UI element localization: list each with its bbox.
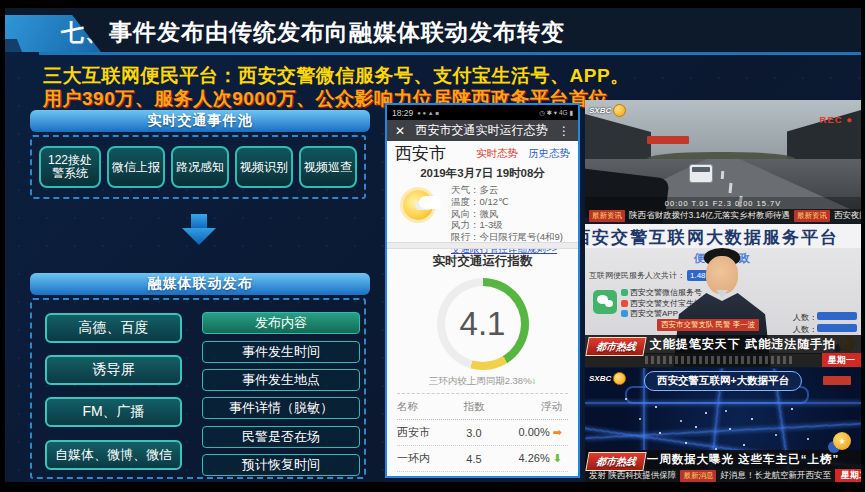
source-button-videopatrol: 视频巡查 bbox=[299, 146, 357, 188]
event-pool-header: 实时交通事件池 bbox=[30, 110, 370, 132]
item-police-onsite: 民警是否在场 bbox=[202, 426, 360, 448]
officer-name-tag: 西安市交警支队 民警 李一波 bbox=[657, 319, 759, 331]
phone-status-bar: 18:29 ● ● ▲ ■ ◷ ✱ ▾ 4G ▮ bbox=[387, 105, 578, 120]
traffic-index-gauge: 4.1 bbox=[437, 278, 529, 370]
broadcast-weekday: 星期一 bbox=[822, 353, 861, 367]
weather-wind-dir: 风向：微风 bbox=[451, 208, 563, 220]
logo-ball-icon bbox=[613, 372, 626, 385]
rec-indicator: REC ● bbox=[820, 114, 853, 125]
table-row: 二环内 4.6 6.12% ⬇ bbox=[397, 472, 568, 476]
channel-gaode-baidu: 高德、百度 bbox=[45, 313, 182, 343]
item-event-place: 事件发生地点 bbox=[202, 369, 360, 391]
white-van bbox=[689, 164, 713, 183]
col-name: 名称 bbox=[397, 400, 448, 414]
logo-ball-icon bbox=[613, 104, 626, 117]
item-publish-content: 发布内容 bbox=[202, 312, 360, 334]
lane-marking bbox=[721, 171, 725, 179]
phone-screenshot: 18:29 ● ● ▲ ■ ◷ ✱ ▾ 4G ▮ ✕ 西安市交通实时运行态势 ⋮… bbox=[385, 103, 580, 478]
officer-face bbox=[706, 256, 738, 294]
more-menu-icon[interactable]: ⋮ bbox=[558, 124, 570, 138]
table-header-row: 名称 指数 浮动 bbox=[397, 394, 568, 420]
status-right-icons: ◷ ✱ ▾ 4G ▮ bbox=[539, 109, 573, 117]
map-event-dots bbox=[625, 398, 627, 400]
tv-frame-interview: 西安交警互联网大数据服务平台 便民·善政 互联网便民服务人次共计： 1.48亿 … bbox=[585, 224, 861, 367]
tab-live-status[interactable]: 实时态势 bbox=[476, 147, 518, 161]
red-overlay-chip bbox=[647, 136, 689, 144]
flat-arrow-icon: ➡ bbox=[553, 426, 562, 438]
title-underline bbox=[39, 52, 861, 55]
down-arrow-green-icon: ↓ bbox=[532, 375, 537, 386]
index-note: 三环内较上周同期2.38%↓ bbox=[387, 375, 578, 388]
backdrop-headline-band: 西安交警互联网大数据服务平台 bbox=[585, 224, 861, 248]
phone-page-title: 西安市交通实时运行态势 bbox=[405, 122, 558, 139]
table-row: 一环内 4.5 4.26% ⬇ bbox=[397, 446, 568, 472]
source-button-videoai: 视频识别 bbox=[235, 146, 293, 188]
channel-guidance-screen: 诱导屏 bbox=[45, 355, 182, 385]
index-title: 实时交通运行指数 bbox=[387, 249, 578, 273]
ticker-chip: 最新消息 bbox=[680, 470, 716, 482]
tv-frame-map: SXBC 西安交警互联网+大数据平台 ★ 一周数据大曝光 这些车主已“上榜” 都… bbox=[585, 368, 861, 482]
wechat-icon bbox=[593, 290, 617, 314]
tv-station-logo: SXBC bbox=[589, 104, 626, 117]
broadcast-weekday: 星期二 bbox=[835, 469, 861, 482]
slide-stage: 七、事件发布由传统发布向融媒体联动发布转变 三大互联网便民平台：西安交警微信服务… bbox=[0, 0, 865, 492]
ticker-chip: 最新资讯 bbox=[794, 210, 830, 222]
item-recover-time: 预计恢复时间 bbox=[202, 454, 360, 476]
col-change: 浮动 bbox=[500, 400, 568, 414]
weather-sun-cloud-icon bbox=[393, 182, 451, 242]
close-icon[interactable]: ✕ bbox=[395, 124, 405, 138]
section-divider bbox=[387, 242, 578, 249]
source-button-122: 122接处警系统 bbox=[39, 146, 101, 188]
blurred-ticker-text bbox=[645, 356, 795, 364]
channel-selfmedia: 自媒体、微博、微信 bbox=[45, 440, 182, 470]
weather-temp: 温度：0/12℃ bbox=[451, 196, 563, 208]
tv-station-logo: SXBC bbox=[589, 372, 626, 385]
service-stat-line: 互联网便民服务人次共计： 1.48亿 bbox=[589, 270, 717, 281]
publish-header: 融媒体联动发布 bbox=[30, 273, 370, 295]
people-counts: 人数： 人数： bbox=[793, 312, 857, 336]
weather-block: 天气：多云 温度：0/12℃ 风向：微风 风力：1-3级 限行：今日限行尾号(4… bbox=[387, 182, 578, 242]
item-event-time: 事件发生时间 bbox=[202, 341, 360, 363]
traffic-index-value: 4.1 bbox=[437, 278, 529, 370]
channel-fm-radio: FM、广播 bbox=[45, 397, 182, 427]
city-name: 西安市 bbox=[395, 142, 446, 165]
down-arrow-head-icon bbox=[182, 228, 216, 245]
tab-history-status[interactable]: 历史态势 bbox=[528, 147, 570, 161]
ticker-chip: 最新资讯 bbox=[589, 210, 625, 222]
down-arrow-icon: ⬇ bbox=[553, 452, 562, 464]
dashcam-info-bar: 00:00 T.01 F2.3 0:00 15.7V bbox=[585, 197, 861, 209]
status-left-icons: ● ● ▲ ■ bbox=[417, 110, 439, 116]
program-logo: 都市热线 bbox=[585, 452, 646, 471]
red-overlay-chip bbox=[823, 376, 851, 385]
page-title: 七、事件发布由传统发布向融媒体联动发布转变 bbox=[61, 17, 565, 48]
source-button-roadsense: 路况感知 bbox=[171, 146, 229, 188]
down-arrow-icon bbox=[191, 214, 207, 228]
weather-condition: 天气：多云 bbox=[451, 184, 563, 196]
event-pool-box: 122接处警系统 微信上报 路况感知 视频识别 视频巡查 bbox=[30, 135, 366, 199]
datetime-label: 2019年3月7日 19时08分 bbox=[387, 166, 578, 182]
news-ticker: 最新资讯 陕西省财政拨付3.14亿元落实乡村教师待遇 最新资讯 西安夜间 18:… bbox=[585, 209, 861, 223]
status-time: 18:29 bbox=[392, 108, 413, 118]
source-button-wechat: 微信上报 bbox=[107, 146, 165, 188]
platform-banner: 西安交警互联网+大数据平台 bbox=[644, 371, 802, 391]
city-row: 西安市 实时态势 历史态势 bbox=[387, 141, 578, 166]
col-index: 指数 bbox=[448, 400, 499, 414]
weather-wind-force: 风力：1-3级 bbox=[451, 219, 563, 231]
police-mascot-icon: ★ bbox=[833, 432, 851, 450]
item-event-detail: 事件详情（脱敏） bbox=[202, 397, 360, 419]
program-logo: 都市热线 bbox=[585, 337, 646, 356]
slide: 七、事件发布由传统发布向融媒体联动发布转变 三大互联网便民平台：西安交警微信服务… bbox=[5, 8, 861, 482]
tv-frame-dashcam: SXBC REC ● 00:00 T.01 F2.3 0:00 15.7V 最新… bbox=[585, 100, 861, 223]
index-table: 名称 指数 浮动 西安市 3.0 0.00% ➡ 一环内 4.5 4.26% ⬇… bbox=[387, 394, 578, 476]
table-row: 西安市 3.0 0.00% ➡ bbox=[397, 420, 568, 446]
backdrop-headline: 西安交警互联网大数据服务平台 bbox=[585, 226, 839, 248]
phone-nav-bar: ✕ 西安市交通实时运行态势 ⋮ bbox=[387, 120, 578, 141]
